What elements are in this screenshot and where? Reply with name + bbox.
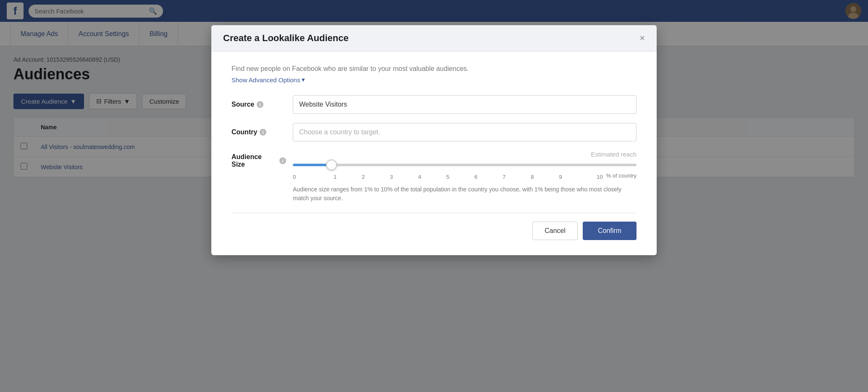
tick-9: 9 (547, 174, 575, 180)
source-row: Source i (231, 95, 637, 114)
tick-6: 6 (462, 174, 490, 180)
modal-header: Create a Lookalike Audience × (211, 25, 657, 52)
chevron-down-icon: ▾ (302, 76, 305, 84)
country-info-icon[interactable]: i (260, 129, 266, 136)
tick-1: 1 (321, 174, 349, 180)
modal-body: Find new people on Facebook who are simi… (211, 52, 657, 187)
slider-ticks-row: 0 1 2 3 4 5 6 7 8 9 10 % of country (293, 171, 637, 180)
tick-2: 2 (349, 174, 377, 180)
audience-size-label: Audience Size i (231, 153, 286, 168)
tick-8: 8 (518, 174, 547, 180)
modal-title: Create a Lookalike Audience (223, 33, 349, 44)
estimated-reach-row: Estimated reach (293, 151, 637, 158)
country-row: Country i (231, 123, 637, 141)
audience-size-slider[interactable] (293, 164, 637, 166)
source-input[interactable] (293, 95, 637, 114)
audience-size-info-icon[interactable]: i (279, 157, 286, 164)
country-label: Country i (231, 128, 286, 136)
tick-5: 5 (434, 174, 462, 180)
tick-4: 4 (405, 174, 434, 180)
percent-of-country-label: % of country (606, 172, 637, 179)
source-label: Source i (231, 101, 286, 108)
slider-col: Estimated reach 0 1 2 3 4 5 6 (293, 151, 637, 187)
modal-overlay: Create a Lookalike Audience × Find new p… (0, 0, 868, 187)
modal-create-lookalike: Create a Lookalike Audience × Find new p… (211, 25, 657, 187)
estimated-reach-label: Estimated reach (591, 151, 637, 158)
slider-track (293, 160, 637, 168)
source-info-icon[interactable]: i (257, 101, 263, 108)
country-input[interactable] (293, 123, 637, 141)
tick-10: 10 (575, 174, 603, 180)
audience-size-label-col: Audience Size i (231, 151, 286, 168)
slider-ticks: 0 1 2 3 4 5 6 7 8 9 10 (293, 174, 603, 180)
audience-size-section: Audience Size i Estimated reach 0 1 (231, 151, 637, 187)
show-advanced-options[interactable]: Show Advanced Options ▾ (231, 76, 305, 84)
tick-3: 3 (377, 174, 405, 180)
close-button[interactable]: × (639, 34, 645, 43)
tick-7: 7 (490, 174, 518, 180)
tick-0: 0 (293, 174, 321, 180)
slider-description: Audience size ranges from 1% to 10% of t… (293, 185, 637, 187)
modal-subtitle: Find new people on Facebook who are simi… (231, 65, 637, 73)
